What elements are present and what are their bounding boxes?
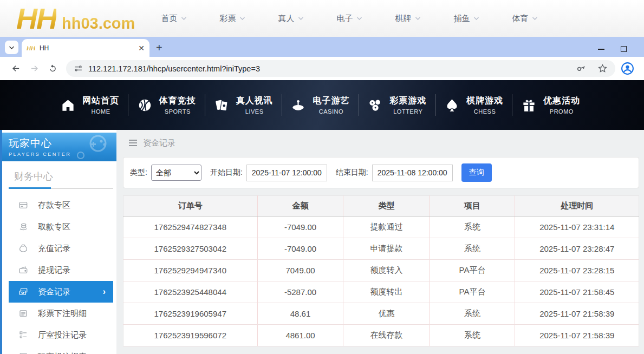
new-tab-button[interactable]: + [156,42,162,53]
divider [512,94,512,116]
address-bar-actions [576,63,608,74]
cell-type: 额度转入 [343,260,430,281]
site-topbar: HH hh03.com 首页 彩票 真人 电子 棋牌 [0,0,644,37]
sidebar-item-deposit[interactable]: 存款专区 [9,194,113,216]
password-key-icon[interactable] [576,63,587,74]
cell-order-no: 1762523925448044 [123,281,258,303]
cell-time: 2025-11-07 23:28:47 [515,238,639,260]
ball-icon [138,98,152,113]
cell-project: PA平台 [430,260,515,281]
chevron-down-icon [298,16,304,21]
hero-item-lottery[interactable]: 彩票游戏 LOTTERY [368,95,426,115]
topnav-item-home[interactable]: 首页 [161,14,187,24]
sidebar-item-player-report[interactable]: 玩家投注报表 [9,346,113,354]
cell-project: PA平台 [430,281,515,303]
funds-table: 订单号 金额 类型 项目 处理时间 1762529474827348 -7049… [123,195,639,346]
topnav-item-slots[interactable]: 电子 [336,14,362,24]
sidebar-item-withdraw[interactable]: 取款专区 [9,216,113,238]
hero-label-cn: 真人视讯 [236,95,273,107]
back-button[interactable] [9,62,22,75]
gamepad-decoration-icon [73,135,112,160]
hamburger-icon[interactable] [129,140,137,146]
search-button[interactable]: 查询 [461,163,492,182]
cell-project: 系统 [430,325,515,346]
hero-item-chess[interactable]: 棋牌游戏 CHESS [445,95,503,115]
browser-tabstrip: HH HH ✕ + [0,37,644,57]
finance-section-title: 财务中心 [2,161,116,188]
cell-time: 2025-11-07 21:58:39 [515,325,639,346]
hero-item-lives[interactable]: 真人视讯 LIVES [214,95,273,115]
type-select[interactable]: 全部 [151,165,201,181]
sidebar-item-label: 提现记录 [38,265,70,276]
logo-domain-text: hh03.com [62,15,135,32]
cell-type: 申请提款 [343,238,430,260]
player-report-icon [18,352,28,354]
start-date-input[interactable] [246,165,327,181]
topnav-item-fishing[interactable]: 捕鱼 [453,14,479,24]
lottery-detail-icon [18,309,28,318]
end-date-input[interactable] [372,165,453,181]
topnav-item-live[interactable]: 真人 [278,14,304,24]
start-date-label: 开始日期: [210,168,243,178]
sidebar-item-recharge-record[interactable]: 充值记录 [9,238,113,259]
screen: HH hh03.com 首页 彩票 真人 电子 棋牌 [0,0,644,354]
table-header-row: 订单号 金额 类型 项目 处理时间 [123,196,639,217]
sidebar-item-lottery-detail[interactable]: 彩票下注明细 [9,303,113,324]
tab-close-icon[interactable]: ✕ [138,44,145,52]
divider [435,94,436,116]
site-logo[interactable]: HH hh03.com [16,2,135,35]
hero-item-promo[interactable]: 优惠活动 PROMO [522,95,580,115]
table-row: 1762529327503042 -7049.00 申请提款 系统 2025-1… [123,238,639,260]
topnav-item-lottery[interactable]: 彩票 [219,14,245,24]
window-maximize-button[interactable] [621,46,627,52]
hero-item-sports[interactable]: 体育竞技 SPORTS [138,95,196,115]
window-controls [598,46,627,52]
reload-icon [48,64,57,73]
sidebar-item-funds-record[interactable]: 资金记录 › [9,281,113,303]
deposit-icon [18,200,28,210]
spade-icon [445,98,459,113]
cell-order-no: 1762529474827348 [123,217,258,238]
hero-label-en: PROMO [543,108,580,115]
hero-item-home[interactable]: 网站首页 HOME [61,95,119,115]
forward-arrow-icon [30,64,39,73]
home-icon [61,98,75,113]
divider [359,94,359,116]
topnav-item-chess[interactable]: 棋牌 [395,14,421,24]
hero-label-cn: 体育竞技 [159,95,196,107]
sidebar-item-label: 彩票下注明细 [38,309,87,319]
window-minimize-button[interactable] [598,49,604,50]
browser-tab[interactable]: HH HH ✕ [22,39,149,57]
profile-avatar-icon[interactable] [621,62,634,75]
breadcrumb-label: 资金记录 [143,138,175,148]
tab-title: HH [40,44,49,52]
funds-record-icon [18,287,28,297]
hero-label-en: CASINO [313,108,349,115]
hero-label-cn: 网站首页 [82,95,119,107]
breadcrumb: 资金记录 [116,130,644,156]
forward-button[interactable] [28,62,41,75]
sidebar-item-withdrawal-record[interactable]: 提现记录 [9,259,113,281]
hero-item-casino[interactable]: 电子游艺 CASINO [291,95,349,115]
site-info-tune-icon[interactable] [74,64,83,73]
cards-icon [214,98,229,113]
topnav-item-sports[interactable]: 体育 [512,14,538,24]
sidebar-item-label: 取款专区 [38,222,70,232]
sidebar: 玩家中心 PLAYERS CENTER 财务中心 存款专区 取款专区 [2,130,116,354]
cell-amount: -7049.00 [257,217,343,238]
bookmark-star-icon[interactable] [597,63,608,74]
header-time: 处理时间 [515,196,639,217]
sidebar-item-hall-bet-record[interactable]: 厅室投注记录 [9,324,113,346]
section-underline [9,188,113,189]
cell-project: 系统 [430,217,515,238]
content-area: 玩家中心 PLAYERS CENTER 财务中心 存款专区 取款专区 [0,130,644,354]
topnav-label: 首页 [161,14,177,24]
reload-button[interactable] [46,62,59,75]
address-bar[interactable]: 112.121.172.181/hhcp/usercenter.html?ini… [66,60,615,77]
hall-bet-record-icon [18,330,28,340]
table-row: 1762523919605947 48.61 优惠 系统 2025-11-07 … [123,303,639,325]
roulette-icon [291,98,305,113]
tab-search-button[interactable] [5,41,18,54]
cell-time: 2025-11-07 21:58:45 [515,281,639,303]
main-panel: 资金记录 类型: 全部 开始日期: 结束日期: 查询 订单号 [116,130,644,354]
